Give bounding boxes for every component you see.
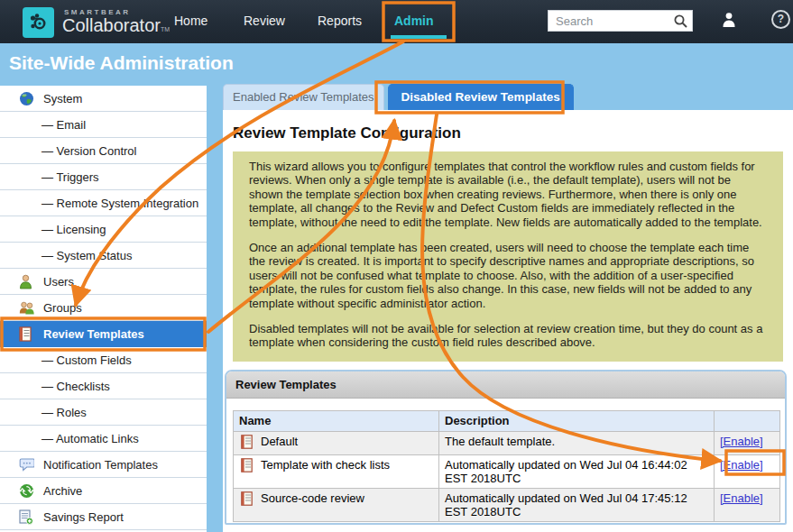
sidebar-item-label: — Remote System Integration <box>41 197 198 210</box>
sidebar-item-version-control[interactable]: — Version Control <box>0 138 207 164</box>
sidebar-item-label: Archive <box>43 484 82 498</box>
page-header: Site-Wide Administration <box>0 43 793 83</box>
section-title: Review Templates <box>226 371 785 399</box>
report-icon <box>19 509 35 525</box>
sidebar-item-licensing[interactable]: — Licensing <box>0 216 207 243</box>
enable-link-default[interactable]: [Enable] <box>720 435 763 448</box>
table-row-default: Default The default template. [Enable] <box>234 432 780 455</box>
sidebar-item-label: Savings Report <box>43 510 124 524</box>
column-header-name: Name <box>234 411 439 432</box>
document-icon <box>19 326 35 342</box>
review-templates-section: Review Templates Name Description Defaul… <box>225 370 787 525</box>
sidebar-item-label: — Triggers <box>41 170 99 184</box>
info-paragraph-3: Disabled templates will not be available… <box>249 322 767 350</box>
search-icon[interactable] <box>673 14 688 32</box>
template-doc-icon <box>241 491 253 509</box>
info-paragraph-1: This wizard allows you to configure temp… <box>249 160 767 229</box>
tab-enabled-review-templates[interactable]: Enabled Review Templates <box>223 84 384 110</box>
content-heading: Review Template Configuration <box>233 124 793 142</box>
table-header-row: Name Description <box>234 411 780 432</box>
sidebar-item-review-templates[interactable]: Review Templates <box>0 321 207 347</box>
sidebar-item-label: — System Status <box>41 249 132 262</box>
info-box: This wizard allows you to configure temp… <box>233 151 783 362</box>
help-icon[interactable]: ? <box>771 10 790 29</box>
template-name: Template with check lists <box>261 458 390 472</box>
sidebar-item-label: System <box>43 92 82 105</box>
sidebar-item-archive[interactable]: Archive <box>0 478 207 504</box>
user-icon <box>19 274 35 289</box>
nav-item-review[interactable]: Review <box>244 0 285 43</box>
sidebar-item-email[interactable]: — Email <box>0 112 207 138</box>
main-content-panel: Review Template Configuration This wizar… <box>223 110 793 532</box>
sidebar-item-notification-templates[interactable]: Notification Templates <box>0 452 207 478</box>
groups-icon <box>19 300 35 316</box>
sidebar-item-automatic-links[interactable]: — Automatic Links <box>0 426 207 452</box>
smartbear-logo[interactable] <box>23 7 54 38</box>
sidebar-item-label: Notification Templates <box>43 458 158 472</box>
speech-bubble-icon <box>19 457 35 472</box>
sidebar-item-users[interactable]: Users <box>0 269 207 295</box>
admin-active-underline <box>391 35 447 39</box>
sidebar-item-remote-system-integration[interactable]: — Remote System Integration <box>0 190 207 216</box>
search-input[interactable] <box>549 11 678 31</box>
sidebar-item-label: Groups <box>43 301 82 315</box>
column-header-description: Description <box>439 411 715 432</box>
table-row-source-code-review: Source-code review Automatically updated… <box>234 489 780 522</box>
sidebar-item-system-status[interactable]: — System Status <box>0 243 207 269</box>
review-templates-table: Name Description Default The default tem… <box>233 410 780 522</box>
enable-link-template-with-check-lists[interactable]: [Enable] <box>720 458 763 472</box>
gear-hub-icon <box>28 12 50 33</box>
table-row-template-with-check-lists: Template with check lists Automatically … <box>234 455 780 489</box>
template-description: The default template. <box>439 432 715 455</box>
review-templates-tabs: Enabled Review Templates Disabled Review… <box>223 84 577 110</box>
sidebar-item-checklists[interactable]: — Checklists <box>0 373 207 399</box>
trademark-label: TM <box>161 26 170 32</box>
user-account-icon[interactable] <box>722 12 736 32</box>
sidebar-item-system[interactable]: System <box>0 86 207 112</box>
template-doc-icon <box>241 435 253 452</box>
sidebar-item-label: — Automatic Links <box>41 432 139 445</box>
nav-item-reports[interactable]: Reports <box>318 0 362 43</box>
column-header-action <box>715 411 780 432</box>
sidebar-item-groups[interactable]: Groups <box>0 295 207 321</box>
sidebar-item-savings-report[interactable]: Savings Report <box>0 504 207 530</box>
brand-collaborator-label: CollaboratorTM <box>62 15 170 36</box>
sidebar-item-label: — Email <box>41 118 86 132</box>
sidebar-item-triggers[interactable]: — Triggers <box>0 164 207 190</box>
globe-icon <box>19 91 35 106</box>
sidebar-item-custom-fields[interactable]: — Custom Fields <box>0 347 207 373</box>
sidebar-item-label: — Roles <box>41 406 87 419</box>
search-box[interactable] <box>548 10 693 32</box>
sidebar-item-label: Users <box>43 275 74 289</box>
sidebar-item-label: — Version Control <box>41 144 137 158</box>
page-title: Site-Wide Administration <box>9 52 234 74</box>
template-description: Automatically updated on Wed Jul 04 17:4… <box>439 489 715 522</box>
template-name: Default <box>261 435 298 448</box>
nav-item-home[interactable]: Home <box>174 0 207 43</box>
top-navigation-bar: SMARTBEAR CollaboratorTM Home Review Rep… <box>0 0 793 43</box>
template-name: Source-code review <box>261 491 364 505</box>
enable-link-source-code-review[interactable]: [Enable] <box>720 491 763 505</box>
recycle-icon <box>19 483 35 499</box>
sidebar-item-label: — Custom Fields <box>41 353 132 367</box>
info-paragraph-2: Once an additional template has been cre… <box>249 241 767 310</box>
sidebar-item-roles[interactable]: — Roles <box>0 399 207 426</box>
tab-disabled-review-templates[interactable]: Disabled Review Templates <box>388 84 574 110</box>
sidebar-item-label: — Licensing <box>41 223 106 236</box>
template-description: Automatically updated on Wed Jul 04 16:4… <box>439 455 715 489</box>
sidebar-item-label: Review Templates <box>43 327 144 341</box>
sidebar-item-label: — Checklists <box>41 380 110 393</box>
admin-sidebar: System — Email — Version Control — Trigg… <box>0 86 207 532</box>
template-doc-icon <box>241 458 253 475</box>
